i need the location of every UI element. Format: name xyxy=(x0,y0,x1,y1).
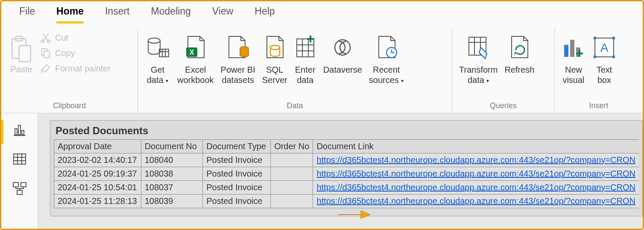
chevron-down-icon: ▾ xyxy=(486,78,489,84)
cell-approval-date: 2024-01-25 10:54:01 xyxy=(54,181,141,195)
svg-rect-32 xyxy=(594,56,596,58)
excel-icon: X xyxy=(184,35,207,60)
chevron-down-icon: ▾ xyxy=(166,78,168,84)
col-header-order-no[interactable]: Order No xyxy=(271,140,313,153)
enter-data-button[interactable]: Enter data xyxy=(291,30,320,85)
copy-icon xyxy=(40,47,52,59)
paste-button[interactable]: Paste xyxy=(5,30,38,74)
table-row[interactable]: 2024-01-25 11:28:13108039Posted Invoiceh… xyxy=(54,195,639,208)
report-canvas[interactable]: Posted Documents Approval Date Document … xyxy=(38,113,643,229)
document-link[interactable]: https://d365bctest4.northeurope.cloudapp… xyxy=(316,169,635,178)
svg-rect-27 xyxy=(570,40,574,57)
document-link[interactable]: https://d365bctest4.northeurope.cloudapp… xyxy=(316,183,635,192)
cell-approval-date: 2024-01-25 11:28:13 xyxy=(54,195,141,208)
table-row[interactable]: 2023-02-02 14:40:17108040Posted Invoiceh… xyxy=(54,153,639,167)
cut-button[interactable]: Cut xyxy=(40,32,111,43)
visual-title: Posted Documents xyxy=(54,124,639,139)
menu-tabs: File Home Insert Modeling View Help xyxy=(1,1,643,28)
cell-approval-date: 2024-01-25 09:19:37 xyxy=(54,167,141,181)
svg-point-3 xyxy=(41,40,44,43)
svg-rect-44 xyxy=(13,183,18,187)
col-header-approval-date[interactable]: Approval Date xyxy=(54,140,141,153)
report-view-icon xyxy=(12,122,27,137)
dataverse-icon xyxy=(331,35,354,59)
cell-document-link: https://d365bctest4.northeurope.cloudapp… xyxy=(313,153,639,167)
svg-rect-45 xyxy=(21,183,26,187)
copy-button[interactable]: Copy xyxy=(40,47,111,59)
tab-modeling[interactable]: Modeling xyxy=(151,6,191,21)
svg-rect-46 xyxy=(17,190,22,195)
transform-data-button[interactable]: Transform data ▾ xyxy=(456,30,501,85)
cell-document-type: Posted Invoice xyxy=(203,195,271,208)
ribbon-group-data: Get data ▾ X Excel workbook Power BI dat… xyxy=(138,28,452,113)
recent-sources-button[interactable]: Recent sources ▾ xyxy=(366,30,407,85)
tab-help[interactable]: Help xyxy=(255,6,275,21)
table-visual[interactable]: Posted Documents Approval Date Document … xyxy=(50,120,643,216)
sql-server-icon xyxy=(263,35,286,60)
pbi-datasets-button[interactable]: Power BI datasets xyxy=(217,30,259,85)
ribbon-group-insert: New visual A Text box Insert xyxy=(555,28,643,113)
svg-rect-37 xyxy=(18,125,20,135)
dataverse-button[interactable]: Dataverse xyxy=(320,30,366,75)
cell-document-type: Posted Invoice xyxy=(203,181,271,195)
refresh-label: Refresh xyxy=(504,63,534,75)
svg-rect-38 xyxy=(22,130,24,135)
pbi-datasets-icon xyxy=(225,35,250,60)
model-view-button[interactable] xyxy=(12,181,27,198)
format-painter-icon xyxy=(40,63,52,74)
tab-insert[interactable]: Insert xyxy=(105,6,130,21)
text-box-button[interactable]: A Text box xyxy=(589,30,620,85)
cell-document-no: 108038 xyxy=(141,167,203,181)
tab-file[interactable]: File xyxy=(19,6,35,21)
cell-document-link: https://d365bctest4.northeurope.cloudapp… xyxy=(313,195,639,208)
svg-point-4 xyxy=(47,40,50,43)
tab-view[interactable]: View xyxy=(212,6,233,21)
dataverse-label: Dataverse xyxy=(323,63,362,75)
data-view-button[interactable] xyxy=(12,151,27,168)
document-link[interactable]: https://d365bctest4.northeurope.cloudapp… xyxy=(316,196,635,206)
svg-point-7 xyxy=(148,38,160,43)
recent-sources-label: Recent sources xyxy=(369,65,400,85)
cell-document-no: 108039 xyxy=(141,195,203,208)
transform-data-label: Transform data xyxy=(459,65,498,85)
get-data-button[interactable]: Get data ▾ xyxy=(141,30,174,85)
new-visual-label: New visual xyxy=(562,63,584,85)
cell-document-link: https://d365bctest4.northeurope.cloudapp… xyxy=(313,167,639,181)
document-link[interactable]: https://d365bctest4.northeurope.cloudapp… xyxy=(316,155,635,165)
format-painter-button[interactable]: Format painter xyxy=(40,63,111,74)
cell-order-no xyxy=(271,153,313,167)
ribbon-group-clipboard: Paste Cut Copy Format painter xyxy=(1,28,138,113)
pbi-datasets-label: Power BI datasets xyxy=(221,63,255,85)
model-view-icon xyxy=(12,181,27,196)
report-view-button[interactable] xyxy=(12,122,27,139)
excel-workbook-label: Excel workbook xyxy=(177,63,214,85)
transform-data-icon xyxy=(466,35,490,60)
sql-server-label: SQL Server xyxy=(262,63,287,85)
cell-order-no xyxy=(271,167,313,181)
excel-workbook-button[interactable]: X Excel workbook xyxy=(174,30,217,85)
svg-text:X: X xyxy=(189,49,194,56)
cut-icon xyxy=(40,32,52,43)
text-box-label: Text box xyxy=(597,63,612,85)
paste-icon xyxy=(10,35,33,65)
sql-server-button[interactable]: SQL Server xyxy=(259,30,291,85)
refresh-button[interactable]: Refresh xyxy=(501,30,538,75)
table-row[interactable]: 2024-01-25 10:54:01108037Posted Invoiceh… xyxy=(54,181,639,195)
insert-group-label: Insert xyxy=(558,99,639,111)
ribbon: Paste Cut Copy Format painter xyxy=(1,28,643,113)
new-visual-button[interactable]: New visual xyxy=(558,30,589,85)
tab-home[interactable]: Home xyxy=(56,6,84,24)
svg-rect-6 xyxy=(44,51,50,58)
cell-document-type: Posted Invoice xyxy=(203,153,271,167)
table-row[interactable]: 2024-01-25 09:19:37108038Posted Invoiceh… xyxy=(54,167,639,181)
col-header-document-type[interactable]: Document Type xyxy=(203,140,271,153)
svg-text:A: A xyxy=(600,41,609,54)
data-table: Approval Date Document No Document Type … xyxy=(54,139,639,208)
text-box-icon: A xyxy=(592,35,616,59)
data-view-icon xyxy=(12,151,27,167)
svg-rect-2 xyxy=(19,46,31,62)
left-rail xyxy=(1,113,38,229)
col-header-document-link[interactable]: Document Link xyxy=(313,140,639,153)
svg-rect-36 xyxy=(15,129,17,135)
col-header-document-no[interactable]: Document No xyxy=(141,140,203,153)
